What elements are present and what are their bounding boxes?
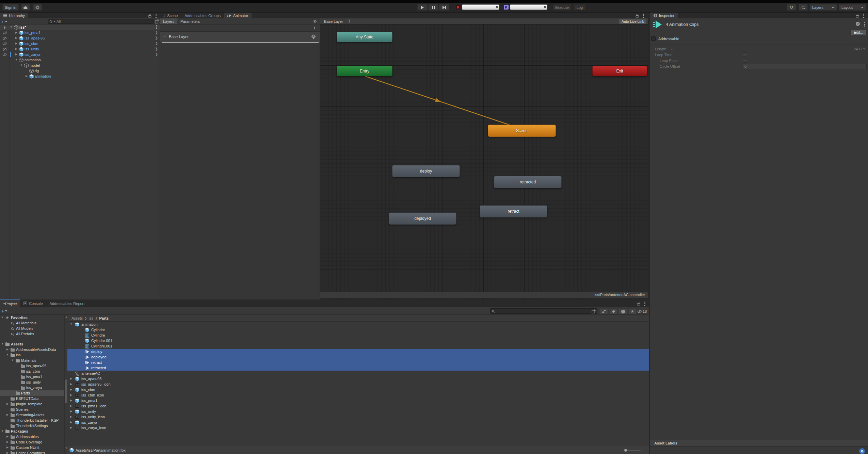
favorite-search-button[interactable]: ★ xyxy=(628,308,637,314)
folder-row[interactable]: ▶AddressableAssetsData xyxy=(0,347,64,352)
chevron-right-icon[interactable]: ▶ xyxy=(25,75,28,78)
tab-addressables-groups[interactable]: Addressables Groups xyxy=(181,13,224,18)
asset-row[interactable]: Cylindre xyxy=(67,327,649,333)
loop-time-checkbox[interactable] xyxy=(743,52,747,57)
tab-console[interactable]: Console xyxy=(20,299,46,307)
asset-row[interactable]: ▶iss_zarya xyxy=(67,420,649,425)
chevron-right-icon[interactable]: ▶ xyxy=(69,421,73,424)
tab-scene[interactable]: # Scene xyxy=(160,13,181,18)
hidden-items-count[interactable]: 18 xyxy=(637,309,647,313)
hierarchy-row[interactable]: rig xyxy=(0,68,160,74)
sign-in-button[interactable]: Sign in xyxy=(2,4,19,11)
state-node-deploy[interactable]: deploy xyxy=(392,165,460,177)
asset-row[interactable]: retract xyxy=(67,360,649,365)
eye-hidden-icon[interactable] xyxy=(2,42,7,46)
lock-icon[interactable] xyxy=(636,14,639,18)
zoom-slider-thumb[interactable] xyxy=(624,449,627,452)
drag-handle-icon[interactable] xyxy=(163,35,166,36)
tab-project[interactable]: Project xyxy=(0,299,20,307)
cloud-button[interactable] xyxy=(21,4,30,11)
project-create-button[interactable]: + xyxy=(1,308,7,314)
kebab-menu-icon[interactable] xyxy=(154,13,158,18)
cycle-offset-field[interactable]: 0 xyxy=(743,64,867,69)
history-button[interactable]: ↺ xyxy=(787,4,796,11)
folder-row[interactable]: ▶Addressables xyxy=(0,434,64,439)
eye-hidden-icon[interactable] xyxy=(2,31,7,35)
chevron-down-icon[interactable]: ▼ xyxy=(11,359,14,362)
scroll-down-icon[interactable]: ▼ xyxy=(65,447,67,449)
tab-parameters[interactable]: Parameters xyxy=(177,18,203,24)
search-by-type-button[interactable] xyxy=(600,308,608,314)
chevron-down-icon[interactable]: ▼ xyxy=(20,64,23,67)
chevron-right-icon[interactable]: ▶ xyxy=(69,410,73,413)
breadcrumb-parts[interactable]: Parts xyxy=(99,316,109,320)
folder-row[interactable]: KSP2UTData xyxy=(0,396,64,401)
asset-row[interactable]: ▶iss_apas-95_icon xyxy=(67,382,649,387)
folder-row[interactable]: Scenes xyxy=(0,407,64,412)
chevron-down-icon[interactable]: ▼ xyxy=(1,342,4,345)
asset-row[interactable]: Cylindre.001 xyxy=(67,343,649,349)
folder-row[interactable]: Thunderkit Installer - KSP xyxy=(0,418,64,423)
chevron-right-icon[interactable]: ▶ xyxy=(6,348,9,351)
lock-icon[interactable] xyxy=(637,302,640,306)
state-machine-graph[interactable]: Any StateEntryExitScenedeployretractedre… xyxy=(320,25,648,299)
asset-row[interactable]: ▶iss_unity_icon xyxy=(67,414,649,420)
chevron-right-icon[interactable]: ▶ xyxy=(6,413,9,416)
folder-row[interactable]: All Models xyxy=(0,326,64,331)
folder-row[interactable]: ▼Packages xyxy=(0,428,64,434)
chevron-right-icon[interactable]: ▶ xyxy=(15,53,18,56)
chevron-down-icon[interactable]: ▼ xyxy=(6,353,9,356)
kebab-menu-icon[interactable] xyxy=(862,13,865,18)
state-node-retract[interactable]: retract xyxy=(480,205,547,217)
prefab-open-chevron-icon[interactable]: ❯ xyxy=(155,31,158,34)
breadcrumb-iss[interactable]: iss xyxy=(89,316,93,320)
state-node-entry[interactable]: Entry xyxy=(337,66,392,76)
chevron-down-icon[interactable]: ▼ xyxy=(1,429,4,433)
zoom-slider[interactable] xyxy=(624,450,641,451)
lock-icon[interactable] xyxy=(148,14,151,18)
search-by-label-button[interactable] xyxy=(609,308,617,314)
chevron-right-icon[interactable]: ▶ xyxy=(69,388,73,391)
layer-item-base-layer[interactable]: Base Layer xyxy=(160,32,320,43)
chevron-right-icon[interactable]: ▶ xyxy=(69,399,73,402)
services-button[interactable] xyxy=(33,4,42,11)
asset-row[interactable]: Cylindre.001 xyxy=(67,338,649,343)
kebab-menu-icon[interactable] xyxy=(642,13,645,18)
eye-icon[interactable] xyxy=(312,20,317,23)
eye-hidden-icon[interactable] xyxy=(2,36,7,40)
hierarchy-row[interactable]: ▼model xyxy=(0,63,160,68)
chevron-right-icon[interactable]: ▶ xyxy=(15,47,18,50)
chevron-right-icon[interactable]: ▶ xyxy=(69,377,73,380)
project-search-input[interactable] xyxy=(490,308,597,314)
state-node-retracted[interactable]: retracted xyxy=(494,176,562,188)
kebab-menu-icon[interactable] xyxy=(643,301,646,306)
state-node-any-state[interactable]: Any State xyxy=(337,32,392,42)
chevron-right-icon[interactable]: ▶ xyxy=(6,402,9,405)
chevron-right-icon[interactable]: ▶ xyxy=(6,435,9,438)
folder-row[interactable]: ThunderKitSettings xyxy=(0,423,64,428)
eye-hidden-icon[interactable] xyxy=(2,52,7,57)
step-button[interactable] xyxy=(439,4,449,11)
chevron-down-icon[interactable]: ▼ xyxy=(10,26,13,29)
thunderkit-dropdown-1[interactable] xyxy=(462,4,499,10)
layers-dropdown[interactable]: Layers xyxy=(809,4,837,11)
kebab-menu-icon[interactable] xyxy=(863,22,866,27)
hierarchy-row[interactable]: ▼animation xyxy=(0,57,160,63)
asset-row[interactable]: ▶iss_zarya_icon xyxy=(67,425,649,431)
hierarchy-create-button[interactable]: + xyxy=(1,19,7,25)
open-search-window-icon[interactable] xyxy=(155,19,159,23)
tab-hierarchy[interactable]: Hierarchy xyxy=(0,13,28,18)
chevron-right-icon[interactable]: ▶ xyxy=(69,383,73,386)
folder-row[interactable]: iss_apas-95 xyxy=(0,363,64,369)
folder-row[interactable]: iss_pma1 xyxy=(0,374,64,379)
chevron-down-icon[interactable]: ▼ xyxy=(15,58,18,61)
edit-button[interactable]: Edit... xyxy=(850,29,867,35)
tab-addressables-report[interactable]: Addressables Report xyxy=(46,299,88,307)
asset-labels-button[interactable] xyxy=(859,448,865,454)
chevron-right-icon[interactable]: ▶ xyxy=(69,415,73,418)
loop-pose-checkbox[interactable] xyxy=(743,58,747,63)
hierarchy-search-input[interactable]: All xyxy=(48,19,154,24)
folder-row[interactable]: ▶StreamingAssets xyxy=(0,412,64,418)
prefab-open-chevron-icon[interactable]: ❯ xyxy=(155,36,158,40)
folder-row[interactable]: iss_cbm xyxy=(0,369,64,374)
